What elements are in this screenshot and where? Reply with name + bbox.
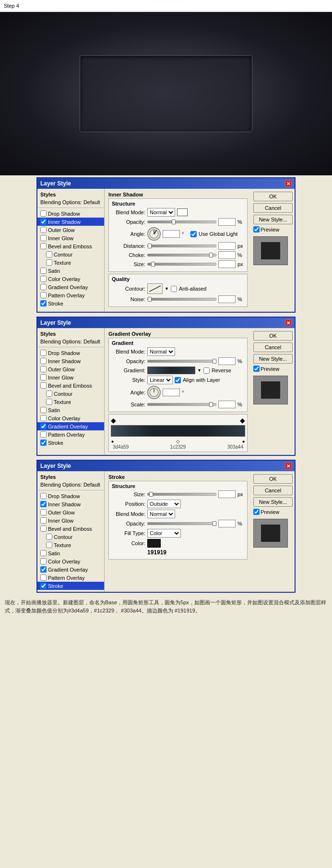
opacity-input-3[interactable]: 100 — [218, 520, 236, 527]
preview-checkbox-1[interactable] — [253, 226, 260, 232]
item-pattern-overlay-2[interactable]: Pattern Overlay — [37, 430, 104, 439]
choke-input-1[interactable]: 100 — [218, 251, 236, 259]
item-color-overlay-2[interactable]: Color Overlay — [37, 414, 104, 422]
item-outer-glow-2[interactable]: Outer Glow — [37, 365, 104, 373]
gradient-preview-2[interactable] — [147, 367, 195, 374]
blending-options-1[interactable]: Blending Options: Default — [37, 198, 104, 206]
size-input-1[interactable]: 1 — [218, 260, 236, 268]
ok-button-2[interactable]: OK — [253, 331, 293, 341]
item-gradient-overlay-2[interactable]: Gradient Overlay — [37, 422, 104, 430]
item-texture-2[interactable]: Texture — [37, 398, 104, 406]
contour-dropdown-arrow-1[interactable]: ▼ — [165, 286, 169, 291]
item-color-overlay-3[interactable]: Color Overlay — [37, 557, 104, 565]
item-inner-shadow-2[interactable]: Inner Shadow — [37, 357, 104, 365]
blend-mode-select-3[interactable]: Normal — [147, 510, 175, 518]
contour-preview-1[interactable] — [147, 283, 163, 294]
noise-input-1[interactable]: 0 — [218, 295, 236, 303]
angle-input-2[interactable]: 90 — [163, 389, 180, 396]
new-style-button-2[interactable]: New Style... — [253, 354, 293, 364]
size-slider-3[interactable] — [147, 493, 216, 496]
anti-aliased-1[interactable] — [171, 286, 177, 292]
item-bevel-emboss-2[interactable]: Bevel and Emboss — [37, 381, 104, 390]
preview-checkbox-2[interactable] — [253, 366, 260, 372]
gradient-handle-left[interactable]: ⬥ — [111, 438, 114, 444]
opacity-input-1[interactable]: 37 — [218, 218, 236, 226]
main-content-2: Gradient Overlay Gradient Blend Mode: No… — [105, 328, 251, 455]
item-outer-glow-3[interactable]: Outer Glow — [37, 508, 104, 516]
noise-slider-1[interactable] — [147, 298, 216, 301]
fill-type-select-3[interactable]: Color Gradient Pattern — [147, 529, 181, 538]
opacity-slider-2[interactable] — [147, 360, 216, 363]
styles-header-2: Styles — [37, 330, 104, 338]
gradient-handle-top-right[interactable]: ◆ — [240, 416, 245, 424]
new-style-button-1[interactable]: New Style... — [253, 215, 293, 224]
item-gradient-overlay-3[interactable]: Gradient Overlay — [37, 565, 104, 574]
close-button-3[interactable]: ✕ — [285, 463, 292, 469]
scale-row-2: Scale: 100 % — [112, 401, 244, 408]
cancel-button-1[interactable]: Cancel — [253, 203, 293, 213]
item-stroke-2[interactable]: Stroke — [37, 439, 104, 447]
close-button-1[interactable]: ✕ — [285, 180, 292, 187]
angle-input-1[interactable]: 120 — [163, 230, 180, 238]
blend-mode-select-2[interactable]: Normal — [147, 347, 175, 356]
blending-options-3[interactable]: Blending Options: Default — [37, 481, 104, 489]
scale-input-2[interactable]: 100 — [218, 401, 236, 408]
cancel-button-3[interactable]: Cancel — [253, 486, 293, 495]
opacity-slider-3[interactable] — [147, 522, 216, 525]
item-color-overlay-1[interactable]: Color Overlay — [37, 275, 104, 283]
item-pattern-overlay-3[interactable]: Pattern Overlay — [37, 574, 104, 582]
item-contour-2[interactable]: Contour — [37, 390, 104, 398]
choke-slider-1[interactable] — [147, 254, 216, 257]
reverse-checkbox-2[interactable] — [203, 367, 210, 374]
position-select-3[interactable]: Outside Inside Center — [147, 500, 181, 508]
scale-slider-2[interactable] — [147, 403, 216, 406]
align-layer-2[interactable] — [175, 377, 181, 383]
item-drop-shadow-1[interactable]: Drop Shadow — [37, 209, 104, 218]
close-button-2[interactable]: ✕ — [285, 319, 292, 326]
item-inner-glow-2[interactable]: Inner Glow — [37, 373, 104, 381]
item-satin-2[interactable]: Satin — [37, 406, 104, 414]
opacity-slider-1[interactable] — [147, 220, 216, 223]
preview-checkbox-3[interactable] — [253, 509, 260, 515]
new-style-button-3[interactable]: New Style... — [253, 497, 293, 507]
item-bevel-emboss-3[interactable]: Bevel and Emboss — [37, 525, 104, 533]
cancel-button-2[interactable]: Cancel — [253, 342, 293, 352]
angle-dial-1[interactable] — [147, 227, 161, 241]
size-input-3[interactable]: 1 — [218, 490, 236, 498]
item-inner-glow-1[interactable]: Inner Glow — [37, 234, 104, 242]
angle-dial-2[interactable] — [147, 386, 161, 399]
item-drop-shadow-3[interactable]: Drop Shadow — [37, 492, 104, 500]
gradient-bar-2[interactable] — [111, 425, 245, 437]
item-inner-shadow-3[interactable]: Inner Shadow — [37, 500, 104, 508]
style-select-2[interactable]: Linear — [147, 376, 173, 384]
item-inner-glow-3[interactable]: Inner Glow — [37, 516, 104, 525]
stroke-color-swatch-3[interactable] — [147, 539, 161, 548]
item-bevel-emboss-1[interactable]: Bevel and Emboss — [37, 242, 104, 250]
gradient-handle-right[interactable]: ⬥ — [242, 438, 245, 444]
gradient-mid-marker[interactable]: ◇ — [176, 439, 180, 444]
blend-mode-select-1[interactable]: Normal — [147, 208, 175, 217]
item-gradient-overlay-1[interactable]: Gradient Overlay — [37, 283, 104, 291]
gradient-handle-top-left[interactable]: ◆ — [111, 416, 116, 424]
item-satin-3[interactable]: Satin — [37, 549, 104, 557]
distance-slider-1[interactable] — [147, 245, 216, 247]
item-outer-glow-1[interactable]: Outer Glow — [37, 226, 104, 234]
ok-button-3[interactable]: OK — [253, 474, 293, 484]
distance-input-1[interactable]: 0 — [218, 242, 236, 250]
item-inner-shadow-1[interactable]: Inner Shadow — [37, 218, 104, 226]
item-contour-1[interactable]: Contour — [37, 250, 104, 258]
item-satin-1[interactable]: Satin — [37, 267, 104, 275]
use-global-light-1[interactable] — [190, 231, 197, 237]
item-stroke-1[interactable]: Stroke — [37, 299, 104, 307]
item-contour-3[interactable]: Contour — [37, 533, 104, 541]
blend-color-swatch-1[interactable] — [177, 208, 188, 216]
size-slider-1[interactable] — [147, 263, 216, 266]
item-stroke-3[interactable]: Stroke — [37, 582, 104, 590]
item-drop-shadow-2[interactable]: Drop Shadow — [37, 349, 104, 357]
item-texture-3[interactable]: Texture — [37, 541, 104, 549]
ok-button-1[interactable]: OK — [253, 192, 293, 201]
item-texture-1[interactable]: Texture — [37, 258, 104, 267]
blending-options-2[interactable]: Blending Options: Default — [37, 338, 104, 345]
item-pattern-overlay-1[interactable]: Pattern Overlay — [37, 291, 104, 299]
opacity-input-2[interactable]: 100 — [218, 357, 236, 365]
